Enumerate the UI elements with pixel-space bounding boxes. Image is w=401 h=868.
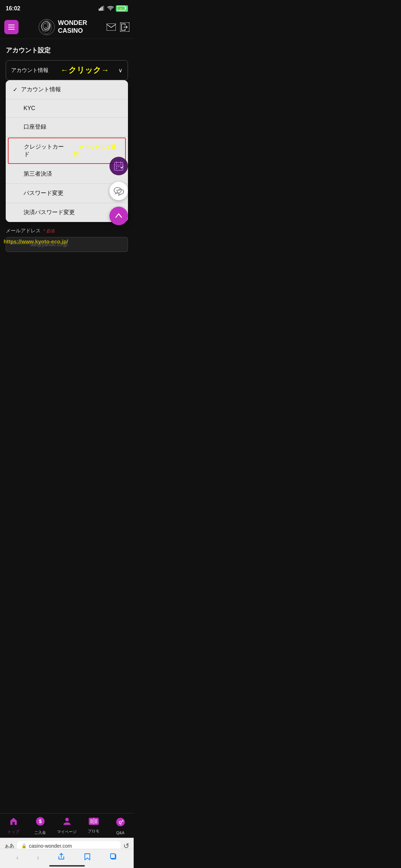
menu-button[interactable]: [4, 20, 19, 34]
chevron-down-icon: ∨: [118, 67, 123, 74]
logout-button[interactable]: [120, 22, 129, 32]
svg-rect-3: [103, 6, 104, 11]
calendar-button[interactable]: [109, 157, 128, 175]
svg-rect-19: [116, 168, 117, 169]
page-title: アカウント設定: [6, 46, 128, 55]
checkmark-icon: ✓: [13, 86, 17, 93]
dropdown-trigger-label: アカウント情報: [11, 67, 48, 74]
dropdown-item-label: クレジットカード: [24, 143, 68, 158]
signal-icon: [99, 6, 105, 12]
dropdown-item-label: 口座登録: [24, 123, 46, 131]
wifi-icon: [107, 6, 114, 12]
dropdown-item-credit-card[interactable]: クレジットカード ←クリックして選択: [8, 138, 126, 164]
mail-button[interactable]: [107, 24, 116, 31]
status-bar: 16:02 ⚡: [0, 0, 134, 16]
header-actions: [107, 22, 129, 32]
svg-text:⚡: ⚡: [119, 7, 123, 10]
logo-text: WONDER CASINO: [58, 19, 87, 35]
svg-rect-17: [118, 166, 119, 167]
dropdown-trigger[interactable]: アカウント情報 ←クリック→ ∨: [6, 60, 128, 80]
svg-rect-0: [99, 9, 100, 11]
svg-point-22: [116, 190, 117, 191]
svg-point-23: [118, 190, 118, 191]
dropdown-item-label: 決済パスワード変更: [24, 209, 75, 216]
status-time: 16:02: [6, 5, 20, 12]
svg-rect-10: [107, 24, 116, 31]
status-icons: ⚡: [99, 5, 128, 12]
dropdown-item-label: KYC: [24, 105, 35, 112]
svg-rect-6: [125, 7, 127, 9]
click-annotation: ←クリック→: [61, 65, 109, 76]
dropdown-item-account-info[interactable]: ✓ アカウント情報: [6, 80, 128, 99]
dropdown-item-kyc[interactable]: KYC: [6, 99, 128, 118]
main-content: アカウント設定 アカウント情報 ←クリック→ ∨ ✓ アカウント情報 KYC 口…: [0, 39, 134, 263]
logo-spiral-icon: [38, 19, 55, 36]
svg-point-4: [110, 9, 111, 10]
dropdown-item-bank[interactable]: 口座登録: [6, 118, 128, 137]
dropdown-item-label: 第三者決済: [24, 170, 52, 178]
svg-rect-1: [100, 7, 101, 11]
email-label: メールアドレス * 必須: [6, 228, 128, 234]
svg-rect-2: [102, 6, 103, 11]
dropdown-item-label: パスワード変更: [24, 190, 63, 197]
dropdown-item-label: アカウント情報: [21, 86, 61, 93]
svg-point-24: [119, 190, 120, 191]
header: WONDER CASINO: [0, 16, 134, 39]
dropdown-menu: ✓ アカウント情報 KYC 口座登録 クレジットカード ←クリックして選択 第三…: [6, 80, 128, 222]
svg-rect-18: [120, 166, 122, 167]
required-badge: * 必須: [43, 228, 55, 233]
svg-rect-16: [116, 166, 117, 167]
watermark: https://www.kyoto-eco.jp/: [4, 238, 68, 244]
click-annotation2: ←クリックして選択: [73, 144, 120, 157]
chat-button[interactable]: [109, 182, 128, 200]
logo-area: WONDER CASINO: [38, 19, 87, 36]
scroll-up-button[interactable]: [109, 207, 128, 225]
battery-icon: ⚡: [116, 5, 128, 12]
